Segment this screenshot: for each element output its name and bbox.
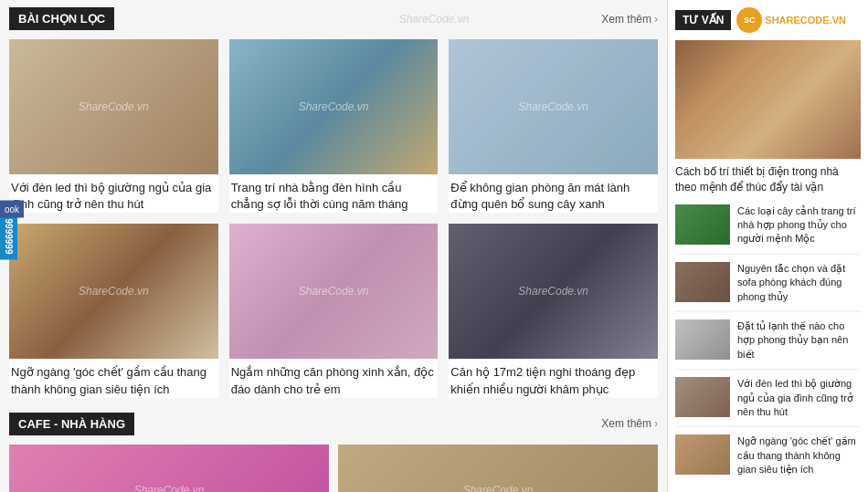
- article-thumb: ShareCode.vn: [449, 224, 658, 359]
- article-title: Để không gian phòng ăn mát lành đừng quê…: [449, 180, 658, 213]
- section-header-bai-chon-loc: BÀI CHỌN LỌC ShareCode.vn Xem thêm ›: [9, 7, 658, 30]
- xem-them-arrow: ›: [654, 13, 658, 26]
- section-header-cafe: CAFE - NHÀ HÀNG Xem thêm ›: [9, 413, 658, 435]
- sidebar-list-item[interactable]: Nguyên tắc chọn và đặt sofa phòng khách …: [675, 262, 861, 312]
- cafe-section: CAFE - NHÀ HÀNG Xem thêm › ShareCode.vn …: [9, 413, 658, 492]
- thumb-watermark: ShareCode.vn: [299, 285, 369, 298]
- article-thumb: ShareCode.vn: [229, 224, 439, 359]
- article-title: Ngắm những căn phòng xinh xắn, độc đáo d…: [229, 364, 439, 397]
- sidebar-logo-area: SC SHARECODE.VN: [736, 7, 846, 33]
- sidebar-list-thumb-bedroom2: [675, 377, 730, 417]
- cafe-thumb-watermark: ShareCode.vn: [134, 484, 205, 492]
- sidebar-list-thumb-stair2: [675, 434, 730, 475]
- thumb-watermark: ShareCode.vn: [299, 100, 369, 113]
- sidebar-main-thumb: [675, 40, 861, 159]
- header-watermark: ShareCode.vn: [399, 13, 470, 26]
- sidebar-list-thumb-fridge: [675, 319, 730, 360]
- sidebar-main-article[interactable]: Cách bố trí thiết bị điện trong nhà theo…: [675, 40, 861, 195]
- article-title: Ngỡ ngàng 'góc chết' gầm cầu thang thành…: [9, 364, 218, 397]
- thumb-watermark: ShareCode.vn: [518, 100, 588, 113]
- xem-them-bai-chon-loc[interactable]: Xem thêm ›: [601, 13, 658, 26]
- sidebar-list-thumb-sofa: [675, 262, 730, 302]
- sidebar-list-text: Ngỡ ngàng 'góc chết' gầm cầu thang thành…: [737, 434, 861, 476]
- sidebar-list-text: Nguyên tắc chọn và đặt sofa phòng khách …: [737, 262, 861, 304]
- article-thumb: ShareCode.vn: [229, 39, 439, 174]
- sidebar-title: TƯ VẤN: [675, 10, 731, 30]
- article-card[interactable]: ShareCode.vn Để không gian phòng ăn mát …: [449, 39, 658, 213]
- sidebar-logo-text: SHARECODE.VN: [765, 15, 846, 26]
- section-title-cafe: CAFE - NHÀ HÀNG: [9, 413, 134, 435]
- sidebar-main-title: Cách bố trí thiết bị điện trong nhà theo…: [675, 164, 861, 195]
- bai-chon-loc-grid: ShareCode.vn Với đèn led thì bộ giường n…: [9, 39, 658, 398]
- section-title-bai-chon-loc: BÀI CHỌN LỌC: [9, 7, 114, 30]
- article-thumb: ShareCode.vn: [9, 39, 218, 174]
- xem-them-cafe-arrow: ›: [654, 417, 658, 430]
- article-card[interactable]: ShareCode.vn Với đèn led thì bộ giường n…: [9, 39, 218, 213]
- article-card[interactable]: ShareCode.vn Căn hộ 17m2 tiện nghi thoán…: [449, 224, 658, 397]
- article-card[interactable]: ShareCode.vn Ngắm những căn phòng xinh x…: [229, 224, 439, 397]
- article-card[interactable]: ShareCode.vn Ngỡ ngàng 'góc chết' gầm cầ…: [9, 224, 218, 397]
- cafe-thumb: ShareCode.vn: [9, 445, 329, 492]
- sidebar-list-text: Với đèn led thì bộ giường ngủ của gia đì…: [737, 377, 861, 419]
- sidebar-list-item[interactable]: Với đèn led thì bộ giường ngủ của gia đì…: [675, 377, 861, 427]
- xem-them-cafe[interactable]: Xem thêm ›: [601, 417, 658, 430]
- bai-chon-loc-section: BÀI CHỌN LỌC ShareCode.vn Xem thêm › Sha…: [9, 7, 658, 398]
- article-title: Với đèn led thì bộ giường ngủ của gia đì…: [9, 180, 218, 213]
- cafe-grid: ShareCode.vn ShareCode.vn 7 ý tưởng tuyệ…: [9, 445, 658, 492]
- thumb-watermark: ShareCode.vn: [518, 285, 588, 298]
- floating-fb[interactable]: ook: [0, 200, 24, 217]
- sidebar-header: TƯ VẤN SC SHARECODE.VN: [675, 7, 861, 33]
- sidebar-list: Các loại cây cảnh trang trí nhà hợp phon…: [675, 204, 861, 485]
- main-content: BÀI CHỌN LỌC ShareCode.vn Xem thêm › Sha…: [0, 0, 667, 492]
- thumb-watermark: ShareCode.vn: [79, 285, 149, 298]
- sidebar-list-text: Các loại cây cảnh trang trí nhà hợp phon…: [737, 204, 861, 246]
- sidebar: TƯ VẤN SC SHARECODE.VN Cách bố trí thiết…: [667, 0, 868, 492]
- article-thumb: ShareCode.vn: [449, 39, 658, 174]
- article-card[interactable]: ShareCode.vn Trang trí nhà bằng đèn hình…: [229, 39, 439, 213]
- sidebar-list-item[interactable]: Ngỡ ngàng 'góc chết' gầm cầu thang thành…: [675, 434, 861, 484]
- sharecode-icon: SC: [736, 7, 762, 33]
- article-title: Trang trí nhà bằng đèn hình cầu chẳng sợ…: [229, 180, 439, 213]
- floating-phone[interactable]: 9999999: [0, 213, 17, 259]
- article-title: Căn hộ 17m2 tiện nghi thoáng đẹp khiến n…: [449, 364, 658, 397]
- cafe-card[interactable]: ShareCode.vn: [9, 445, 329, 492]
- article-thumb: ShareCode.vn: [9, 224, 218, 359]
- cafe-card[interactable]: ShareCode.vn 7 ý tưởng tuyệt vời để tiết…: [338, 445, 658, 492]
- sidebar-list-item[interactable]: Các loại cây cảnh trang trí nhà hợp phon…: [675, 204, 861, 255]
- sidebar-list-text: Đặt tủ lạnh thế nào cho hợp phong thủy b…: [737, 319, 861, 361]
- sidebar-list-item[interactable]: Đặt tủ lạnh thế nào cho hợp phong thủy b…: [675, 319, 861, 370]
- cafe-thumb2-watermark: ShareCode.vn: [463, 484, 534, 492]
- thumb-watermark: ShareCode.vn: [79, 100, 149, 113]
- sidebar-list-thumb-plants: [675, 204, 730, 245]
- cafe-thumb2: ShareCode.vn: [338, 445, 658, 492]
